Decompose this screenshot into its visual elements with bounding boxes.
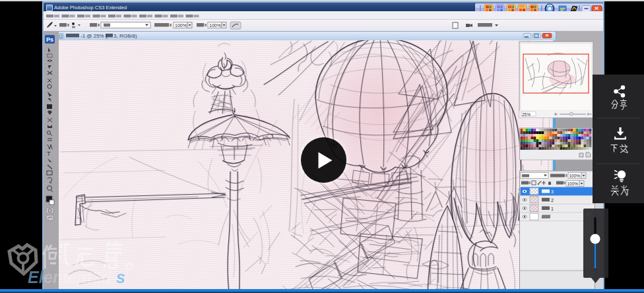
svg-text:-1 @ 25% (: -1 @ 25% ( (80, 33, 108, 39)
svg-text:Ps: Ps (46, 36, 53, 43)
svg-text:100%: 100% (175, 23, 187, 28)
svg-text:El: El (28, 268, 44, 286)
svg-text:3, RGB/8): 3, RGB/8) (113, 33, 137, 39)
svg-text:100%: 100% (209, 23, 221, 28)
svg-text:ement3d: ement3d (44, 268, 112, 286)
svg-text:s: s (116, 268, 125, 286)
svg-text:T: T (47, 150, 51, 157)
